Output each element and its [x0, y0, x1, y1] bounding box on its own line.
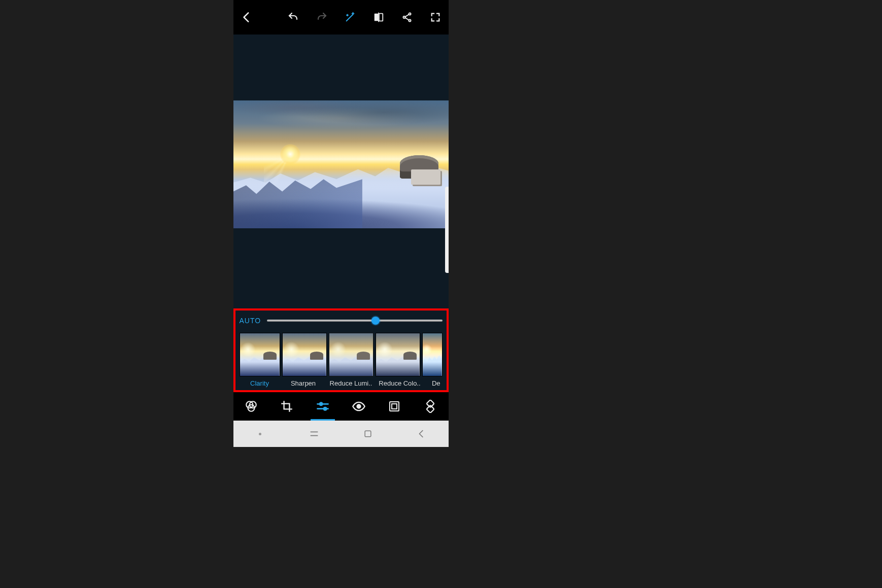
phone-frame: AUTO Clarity Sharpen Reduce Lumi.. Reduc… [233, 0, 449, 447]
undo-button[interactable] [285, 9, 301, 25]
tool-looks[interactable] [242, 397, 260, 416]
svg-point-12 [320, 403, 322, 405]
adjust-slider-row: AUTO [240, 314, 443, 328]
nav-home[interactable] [360, 426, 376, 441]
preset-label-reduce-color[interactable]: Reduce Colo.. [376, 379, 424, 387]
adjust-panel-highlighted: AUTO Clarity Sharpen Reduce Lumi.. Reduc… [233, 308, 449, 392]
svg-line-6 [405, 15, 409, 17]
scroll-indicator[interactable] [445, 187, 449, 273]
svg-rect-0 [374, 14, 378, 21]
preset-labels: Clarity Sharpen Reduce Lumi.. Reduce Col… [240, 379, 443, 387]
edited-photo [233, 100, 449, 228]
svg-rect-1 [379, 14, 382, 21]
preset-thumbnails[interactable] [240, 333, 443, 376]
auto-button[interactable]: AUTO [240, 317, 261, 325]
tool-redeye[interactable] [350, 397, 368, 416]
nav-extra[interactable] [253, 426, 268, 441]
svg-rect-20 [365, 431, 371, 437]
tool-frame[interactable] [385, 397, 403, 416]
redo-button[interactable] [314, 9, 330, 25]
image-canvas[interactable] [233, 34, 449, 308]
fullscreen-icon[interactable] [427, 9, 444, 25]
preset-thumb-reduce-luminance[interactable] [329, 333, 374, 376]
svg-point-15 [357, 405, 360, 408]
nav-recents[interactable] [307, 426, 322, 441]
preset-thumb-sharpen[interactable] [282, 333, 327, 376]
preset-label-reduce-luminance[interactable]: Reduce Lumi.. [327, 379, 376, 387]
preset-thumb-clarity[interactable] [240, 333, 280, 376]
bottom-toolbar [233, 392, 449, 421]
preset-label-clarity[interactable]: Clarity [240, 379, 280, 387]
preset-label-sharpen[interactable]: Sharpen [280, 379, 327, 387]
share-icon[interactable] [399, 9, 415, 25]
svg-rect-19 [426, 405, 434, 413]
slider-thumb[interactable] [371, 317, 380, 325]
tool-adjust[interactable] [314, 397, 332, 416]
svg-point-14 [324, 407, 326, 410]
tool-heal[interactable] [421, 397, 439, 416]
preset-label-defog[interactable]: De [424, 379, 440, 387]
top-toolbar [233, 0, 449, 34]
tool-crop[interactable] [278, 397, 296, 416]
svg-rect-16 [390, 402, 399, 411]
magic-wand-icon[interactable] [342, 9, 358, 25]
svg-rect-17 [392, 404, 397, 409]
adjust-slider[interactable] [267, 320, 442, 322]
android-navbar [233, 421, 449, 447]
nav-back[interactable] [414, 426, 429, 441]
preset-thumb-defog[interactable] [422, 333, 443, 376]
compare-icon[interactable] [370, 9, 387, 25]
svg-rect-18 [426, 400, 434, 407]
svg-line-7 [405, 18, 409, 20]
back-button[interactable] [239, 9, 255, 25]
preset-thumb-reduce-color[interactable] [376, 333, 420, 376]
